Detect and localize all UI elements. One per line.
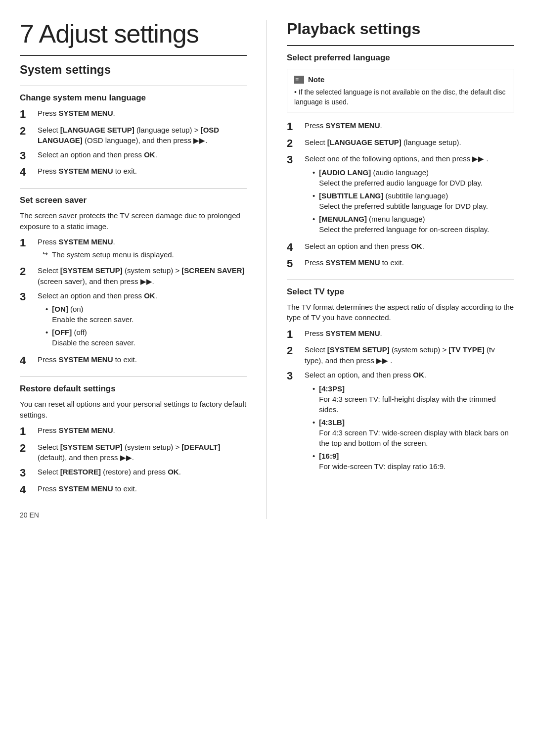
note-header: Note: [294, 74, 507, 85]
change-system-menu-language-title: Change system menu language: [20, 93, 247, 103]
bullet-item: [16:9]For wide-screen TV: display ratio …: [312, 451, 514, 472]
language-options: [AUDIO LANG] (audio language)Select the …: [312, 167, 514, 235]
screen-saver-body: The screen saver protects the TV screen …: [20, 210, 247, 232]
step-item: 2 Select [LANGUAGE SETUP] (language setu…: [287, 137, 514, 150]
step-item: 5 Press SYSTEM MENU to exit.: [287, 257, 514, 270]
step-item: 3 Select an option, and then press OK. […: [287, 370, 514, 474]
page-footer: 20 EN: [20, 511, 247, 519]
note-label: Note: [308, 74, 324, 85]
step-item: 2 Select [SYSTEM SETUP] (system setup) >…: [20, 442, 247, 464]
arrow-note: ↪ The system setup menu is displayed.: [43, 249, 247, 260]
chapter-number: 7: [20, 19, 34, 48]
step-item: 3 Select an option and then press OK.: [20, 149, 247, 162]
step-item: 4 Press SYSTEM MENU to exit.: [20, 354, 247, 367]
step-item: 3 Select an option and then press OK. [O…: [20, 290, 247, 351]
restore-default-title: Restore default settings: [20, 384, 247, 394]
step-item: 3 Select [RESTORE] (restore) and press O…: [20, 467, 247, 479]
bullet-item: [ON] (on)Enable the screen saver.: [45, 304, 247, 325]
step-item: 4 Press SYSTEM MENU to exit.: [20, 166, 247, 179]
tv-type-body: The TV format determines the aspect rati…: [287, 302, 514, 324]
step-item: 1 Press SYSTEM MENU.: [287, 120, 514, 133]
tv-type-steps: 1 Press SYSTEM MENU. 2 Select [SYSTEM SE…: [287, 328, 514, 474]
step-item: 4 Press SYSTEM MENU to exit.: [20, 483, 247, 496]
bullet-item: [SUBTITLE LANG] (subtitile language)Sele…: [312, 190, 514, 211]
bullet-item: [4:3PS]For 4:3 screen TV: full-height di…: [312, 383, 514, 415]
select-tv-type-title: Select TV type: [287, 287, 514, 297]
screen-saver-options: [ON] (on)Enable the screen saver. [OFF] …: [45, 304, 247, 348]
bullet-item: [OFF] (off)Disable the screen saver.: [45, 327, 247, 348]
step-item: 1 Press SYSTEM MENU.: [287, 328, 514, 341]
step-item: 1 Press SYSTEM MENU. ↪ The system setup …: [20, 236, 247, 262]
step-item: 1 Press SYSTEM MENU.: [20, 425, 247, 438]
select-preferred-language-title: Select preferred language: [287, 53, 514, 63]
screen-saver-steps: 1 Press SYSTEM MENU. ↪ The system setup …: [20, 236, 247, 367]
select-language-steps: 1 Press SYSTEM MENU. 2 Select [LANGUAGE …: [287, 120, 514, 270]
playback-section-divider: [287, 280, 514, 280]
page-title: 7 Adjust settings: [20, 20, 247, 48]
bullet-item: [MENULANG] (menu language)Select the pre…: [312, 214, 514, 235]
section-divider-2: [20, 188, 247, 189]
section-divider-1: [20, 86, 247, 86]
system-settings-title: System settings: [20, 63, 247, 77]
set-screen-saver-title: Set screen saver: [20, 195, 247, 205]
step-item: 2 Select [SYSTEM SETUP] (system setup) >…: [20, 265, 247, 287]
note-icon: [294, 76, 304, 84]
playback-settings-title: Playback settings: [287, 20, 514, 38]
restore-default-steps: 1 Press SYSTEM MENU. 2 Select [SYSTEM SE…: [20, 425, 247, 496]
note-box: Note • If the selected language is not a…: [287, 69, 514, 112]
note-text: • If the selected language is not availa…: [294, 88, 507, 107]
left-column: 7 Adjust settings System settings Change…: [20, 20, 267, 519]
restore-default-body: You can reset all options and your perso…: [20, 399, 247, 421]
right-column: Playback settings Select preferred langu…: [267, 20, 514, 519]
change-language-steps: 1 Press SYSTEM MENU. 2 Select [LANGUAGE …: [20, 108, 247, 179]
step-item: 2 Select [LANGUAGE SETUP] (language setu…: [20, 125, 247, 146]
tv-type-options: [4:3PS]For 4:3 screen TV: full-height di…: [312, 383, 514, 472]
step-item: 1 Press SYSTEM MENU.: [20, 108, 247, 121]
section-divider-3: [20, 377, 247, 377]
playback-main-divider: [287, 45, 514, 46]
arrow-icon: ↪: [43, 249, 48, 258]
bullet-item: [4:3LB]For 4:3 screen TV: wide-screen di…: [312, 417, 514, 448]
main-divider: [20, 55, 247, 56]
step-item: 2 Select [SYSTEM SETUP] (system setup) >…: [287, 344, 514, 366]
step-item: 4 Select an option and then press OK.: [287, 241, 514, 254]
step-item: 3 Select one of the following options, a…: [287, 153, 514, 237]
bullet-item: [AUDIO LANG] (audio language)Select the …: [312, 167, 514, 188]
